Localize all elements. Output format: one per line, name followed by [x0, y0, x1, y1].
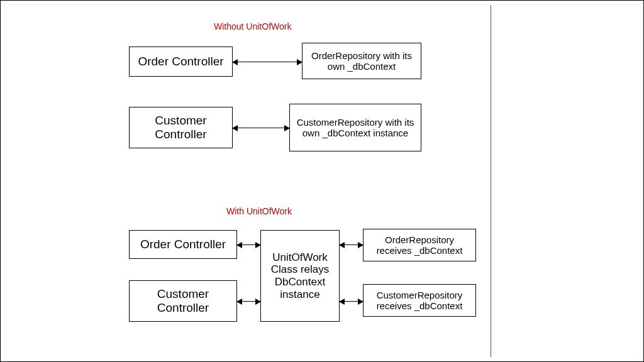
box-order-repo-1: OrderRepository with its own _dbContext [302, 43, 421, 79]
arrow-uow-to-order-repo [340, 244, 363, 245]
arrow-customer-1 [233, 128, 289, 128]
box-order-controller-1: Order Controller [129, 47, 233, 77]
box-order-controller-2: Order Controller [129, 230, 237, 259]
arrow-customer-to-uow [237, 301, 260, 302]
box-customer-controller-2: Customer Controller [129, 280, 237, 322]
box-unit-of-work: UnitOfWork Class relays DbContext instan… [260, 230, 340, 322]
arrow-order-1 [233, 62, 302, 62]
separator-vertical [491, 5, 491, 357]
title-with-uow: With UnitOfWork [226, 206, 292, 216]
arrow-order-to-uow [237, 244, 260, 245]
box-customer-repo-2: CustomerRepository receives _dbContext [363, 284, 476, 317]
title-without-uow: Without UnitOfWork [214, 21, 291, 31]
box-customer-repo-1: CustomerRepository with its own _dbConte… [289, 104, 421, 151]
box-order-repo-2: OrderRepository receives _dbContext [363, 229, 476, 261]
arrow-uow-to-customer-repo [340, 301, 363, 302]
box-customer-controller-1: Customer Controller [129, 107, 233, 148]
